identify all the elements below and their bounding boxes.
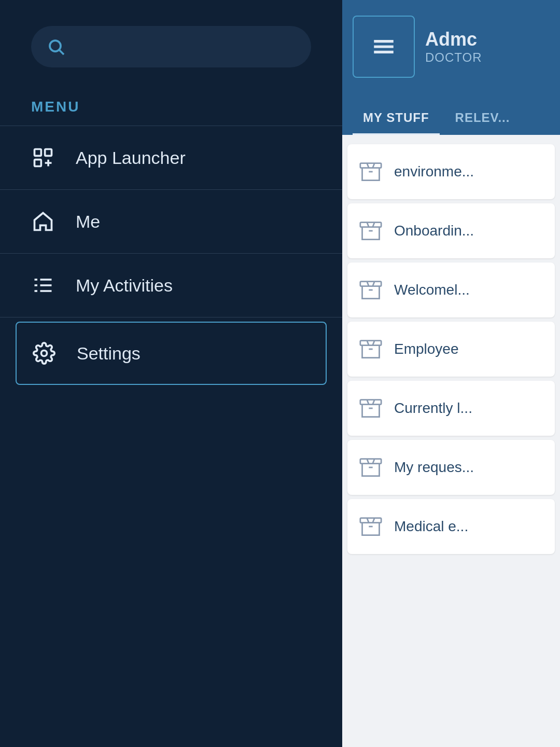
svg-rect-19 xyxy=(360,223,381,227)
box-icon-2 xyxy=(358,218,384,244)
svg-rect-29 xyxy=(360,518,381,523)
svg-rect-25 xyxy=(360,400,381,405)
svg-point-0 xyxy=(50,40,61,51)
tab-my-stuff[interactable]: MY STUFF xyxy=(353,102,440,135)
svg-rect-3 xyxy=(45,149,52,156)
box-icon-1 xyxy=(358,159,384,185)
sidebar-item-my-activities[interactable]: My Activities xyxy=(0,254,342,317)
svg-rect-2 xyxy=(35,149,41,156)
list-item[interactable]: My reques... xyxy=(347,440,555,495)
search-container xyxy=(0,0,342,88)
list-container: environme... Onboardin... xyxy=(342,135,560,747)
sidebar-item-label-me: Me xyxy=(76,212,100,232)
search-input[interactable] xyxy=(75,38,296,55)
menu-label: MENU xyxy=(0,88,342,126)
list-item-label-6: My reques... xyxy=(394,459,474,476)
box-icon-5 xyxy=(358,395,384,421)
box-icon-4 xyxy=(358,336,384,362)
right-panel: Admc DOCTOR MY STUFF RELEV... environme.… xyxy=(342,0,560,747)
sidebar-item-label-settings: Settings xyxy=(77,343,141,364)
list-item[interactable]: Employee xyxy=(347,322,555,377)
list-item-label-2: Onboardin... xyxy=(394,223,474,239)
search-icon xyxy=(47,37,65,56)
list-item[interactable]: Currently l... xyxy=(347,381,555,436)
svg-rect-23 xyxy=(360,341,381,345)
tabs-bar: MY STUFF RELEV... xyxy=(342,93,560,135)
svg-line-1 xyxy=(60,50,64,54)
list-item-label-4: Employee xyxy=(394,341,459,357)
box-icon-3 xyxy=(358,277,384,303)
sidebar-item-label-app-launcher: App Launcher xyxy=(76,148,186,168)
list-item-label-3: Welcomel... xyxy=(394,282,470,298)
list-item[interactable]: Welcomel... xyxy=(347,262,555,317)
tab-relevant[interactable]: RELEV... xyxy=(445,102,521,135)
svg-rect-21 xyxy=(360,282,381,286)
svg-rect-17 xyxy=(360,163,381,168)
search-bar[interactable] xyxy=(31,26,311,67)
header-role: DOCTOR xyxy=(425,50,482,65)
svg-rect-4 xyxy=(35,160,41,167)
list-item[interactable]: Onboardin... xyxy=(347,203,555,258)
box-icon-6 xyxy=(358,454,384,480)
header-name: Admc xyxy=(425,29,482,50)
svg-rect-27 xyxy=(360,459,381,464)
sidebar-item-app-launcher[interactable]: App Launcher xyxy=(0,126,342,190)
hamburger-button[interactable] xyxy=(353,16,415,78)
svg-point-13 xyxy=(41,351,47,356)
list-icon xyxy=(31,273,55,297)
list-item[interactable]: Medical e... xyxy=(347,499,555,554)
header-user-info: Admc DOCTOR xyxy=(425,29,482,65)
home-icon xyxy=(31,210,55,233)
box-icon-7 xyxy=(358,514,384,540)
list-item-label-1: environme... xyxy=(394,163,474,180)
right-header: Admc DOCTOR xyxy=(342,0,560,93)
gear-icon xyxy=(32,341,56,365)
list-item[interactable]: environme... xyxy=(347,144,555,199)
grid-icon xyxy=(31,146,55,170)
sidebar-item-label-my-activities: My Activities xyxy=(76,275,173,296)
list-item-label-5: Currently l... xyxy=(394,400,472,417)
sidebar-item-settings[interactable]: Settings xyxy=(16,322,327,385)
sidebar: MENU App Launcher Me xyxy=(0,0,342,747)
list-item-label-7: Medical e... xyxy=(394,518,468,535)
sidebar-item-me[interactable]: Me xyxy=(0,190,342,254)
